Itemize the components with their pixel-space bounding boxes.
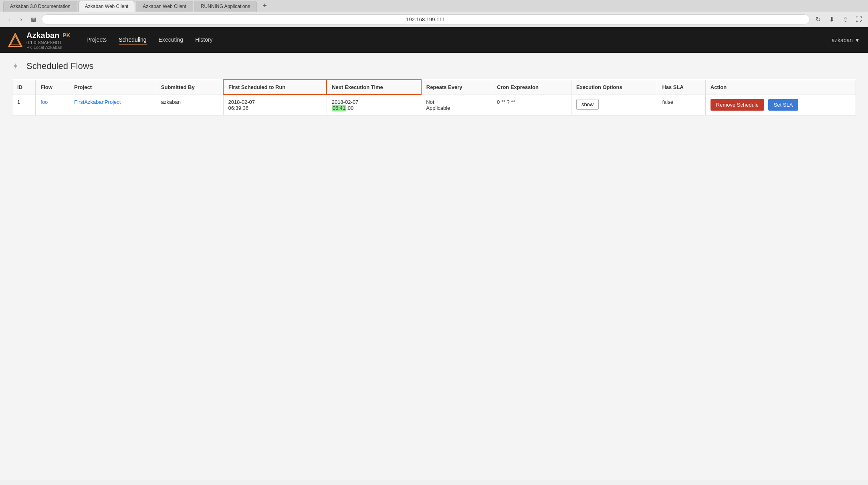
cell-first-scheduled: 2018-02-07 06:39:36: [223, 95, 327, 115]
th-has-sla: Has SLA: [657, 80, 705, 95]
th-project: Project: [69, 80, 156, 95]
tab-overview-button[interactable]: ▩: [28, 14, 38, 24]
user-menu-chevron: ▼: [854, 37, 860, 43]
th-first-scheduled: First Scheduled to Run: [223, 80, 327, 95]
app-header: Azkaban PK 0.1.0-SNAPSHOT PK Local Azkab…: [0, 27, 868, 53]
cell-flow: foo: [36, 95, 69, 115]
nav-projects[interactable]: Projects: [87, 35, 107, 45]
cell-next-execution: 2018-02-07 06:41:00: [327, 95, 421, 115]
table-body: 1 foo FirstAzkabanProject azkaban 2018-0…: [12, 95, 856, 115]
th-flow: Flow: [36, 80, 69, 95]
user-menu[interactable]: azkaban ▼: [832, 37, 860, 43]
page-content: ✦ Scheduled Flows ID Flow Project Submit…: [0, 53, 868, 123]
tab-azkaban-docs[interactable]: Azkaban 3.0 Documentation: [3, 1, 77, 12]
flow-link[interactable]: foo: [40, 99, 48, 105]
back-button[interactable]: ‹: [4, 14, 14, 24]
new-tab-button[interactable]: +: [259, 0, 270, 12]
th-submitted-by: Submitted By: [156, 80, 223, 95]
tab-running-apps[interactable]: RUNNING Applications: [194, 1, 257, 12]
tab-azkaban-web-client-2[interactable]: Azkaban Web Client: [136, 1, 193, 12]
cell-action: Remove Schedule Set SLA: [705, 95, 856, 115]
header-row: ID Flow Project Submitted By First Sched…: [12, 80, 856, 95]
nav-history[interactable]: History: [195, 35, 213, 45]
th-next-execution: Next Execution Time: [327, 80, 421, 95]
schedule-table: ID Flow Project Submitted By First Sched…: [12, 79, 856, 115]
page-title-text: Scheduled Flows: [26, 61, 94, 71]
first-scheduled-line1: 2018-02-07: [228, 99, 255, 105]
th-cron-expression: Cron Expression: [492, 80, 571, 95]
address-bar[interactable]: 192.168.199.111: [42, 14, 809, 24]
browser-tabs: Azkaban 3.0 Documentation Azkaban Web Cl…: [0, 0, 868, 12]
th-repeats-every: Repeats Every: [421, 80, 492, 95]
forward-button[interactable]: ›: [16, 14, 26, 24]
logo-icon: [8, 33, 22, 47]
app-name-block: Azkaban PK 0.1.0-SNAPSHOT PK Local Azkab…: [26, 31, 71, 50]
th-action: Action: [705, 80, 856, 95]
app-logo: Azkaban PK 0.1.0-SNAPSHOT PK Local Azkab…: [8, 31, 71, 50]
cell-has-sla: false: [657, 95, 705, 115]
app-container: Azkaban PK 0.1.0-SNAPSHOT PK Local Azkab…: [0, 27, 868, 480]
app-subtitle: PK Local Azkaban: [26, 45, 71, 50]
address-text: 192.168.199.111: [406, 16, 445, 22]
set-sla-button[interactable]: Set SLA: [768, 99, 799, 111]
fullscreen-button[interactable]: ⛶: [854, 14, 864, 24]
nav-scheduling[interactable]: Scheduling: [119, 35, 146, 45]
cell-project: FirstAzkabanProject: [69, 95, 156, 115]
repeats-line1: Not: [426, 99, 434, 105]
cell-cron-expression: 0 ** ? **: [492, 95, 571, 115]
toolbar-actions: ↻ ⬇ ⇧ ⛶: [813, 14, 864, 24]
nav-buttons: ‹ › ▩: [4, 14, 38, 24]
page-title: ✦ Scheduled Flows: [12, 61, 856, 71]
app-name-text: Azkaban: [26, 31, 59, 40]
download-button[interactable]: ⬇: [826, 14, 837, 24]
app-badge: PK: [63, 32, 70, 38]
repeats-line2: Applicable: [426, 105, 450, 111]
table-row: 1 foo FirstAzkabanProject azkaban 2018-0…: [12, 95, 856, 115]
share-button[interactable]: ⇧: [840, 14, 850, 24]
app-name: Azkaban PK: [26, 31, 71, 40]
tab-azkaban-web-client-1[interactable]: Azkaban Web Client: [78, 1, 135, 12]
cell-execution-options: show: [571, 95, 657, 115]
first-scheduled-line2: 06:39:36: [228, 105, 249, 111]
refresh-button[interactable]: ↻: [813, 14, 823, 24]
cell-repeats-every: Not Applicable: [421, 95, 492, 115]
next-execution-suffix: :00: [346, 105, 353, 111]
app-nav: Projects Scheduling Executing History: [87, 35, 213, 45]
browser-chrome: Azkaban 3.0 Documentation Azkaban Web Cl…: [0, 0, 868, 27]
user-name: azkaban: [832, 37, 853, 43]
cell-submitted-by: azkaban: [156, 95, 223, 115]
show-execution-options-button[interactable]: show: [576, 99, 599, 110]
project-link[interactable]: FirstAzkabanProject: [74, 99, 121, 105]
nav-executing[interactable]: Executing: [159, 35, 183, 45]
browser-toolbar: ‹ › ▩ 192.168.199.111 ↻ ⬇ ⇧ ⛶: [0, 12, 868, 27]
th-id: ID: [12, 80, 36, 95]
remove-schedule-button[interactable]: Remove Schedule: [711, 99, 764, 111]
next-execution-highlight: 06:41: [332, 105, 347, 111]
table-header: ID Flow Project Submitted By First Sched…: [12, 80, 856, 95]
app-version: 0.1.0-SNAPSHOT: [26, 40, 71, 45]
cell-id: 1: [12, 95, 36, 115]
page-icon: ✦: [12, 61, 22, 71]
next-execution-prefix: 2018-02-07: [332, 99, 359, 105]
th-execution-options: Execution Options: [571, 80, 657, 95]
